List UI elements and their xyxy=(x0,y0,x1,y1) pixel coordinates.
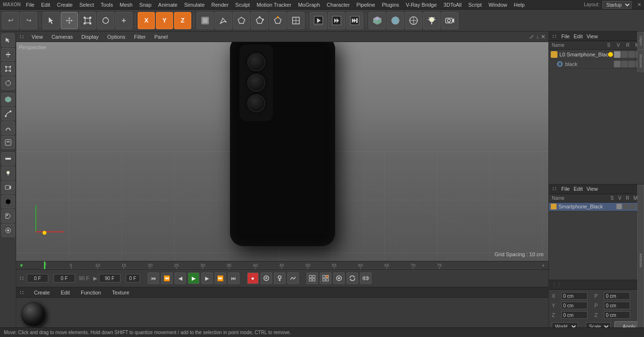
tab-attributes[interactable]: Attributes xyxy=(637,185,644,337)
scale-button[interactable] xyxy=(79,12,96,29)
texture-mode-button[interactable] xyxy=(287,12,305,29)
menu-item-character[interactable]: Character xyxy=(323,0,353,10)
obj-black-vis[interactable] xyxy=(621,61,628,67)
menu-item-3dtoall[interactable]: 3DToAll xyxy=(440,0,465,10)
attr-icon-v[interactable] xyxy=(623,204,629,209)
menu-item-pipeline[interactable]: Pipeline xyxy=(353,0,379,10)
tool-camera2[interactable] xyxy=(1,181,15,194)
tool-deform[interactable] xyxy=(1,136,15,149)
current-frame-field[interactable] xyxy=(27,274,48,283)
prev-frame-button[interactable]: ◀ xyxy=(175,272,186,284)
tool-tag[interactable] xyxy=(1,209,15,223)
redo-button[interactable]: ↪ xyxy=(20,12,37,29)
obj-menu-file[interactable]: File xyxy=(561,33,570,39)
snap-frame-button[interactable] xyxy=(320,272,331,284)
tool-nurbs[interactable] xyxy=(1,121,15,135)
obj-check-icon[interactable]: ✓ xyxy=(614,51,621,58)
sphere-button[interactable] xyxy=(387,12,404,29)
go-to-start-button[interactable]: ⏮ xyxy=(148,272,159,284)
tool-light2[interactable] xyxy=(1,166,15,180)
obj-lock-icon[interactable] xyxy=(628,51,635,58)
tool-select[interactable] xyxy=(1,33,15,47)
tool-scale[interactable] xyxy=(1,62,15,76)
menu-item-tools[interactable]: Tools xyxy=(98,0,117,10)
rotate-button[interactable] xyxy=(97,12,114,29)
light-button[interactable] xyxy=(423,12,440,29)
vp-menu-options[interactable]: Options xyxy=(105,33,127,41)
environment-button[interactable] xyxy=(405,12,422,29)
vp-menu-panel[interactable]: Panel xyxy=(153,33,170,41)
timeline-ticks[interactable]: 0 5 10 15 20 25 30 xyxy=(40,261,542,269)
menu-item-select[interactable]: Select xyxy=(76,0,98,10)
field-x[interactable] xyxy=(561,292,588,300)
mat-menu-create[interactable]: Create xyxy=(32,289,52,296)
obj-vis-icon[interactable] xyxy=(621,51,628,58)
obj-black-check[interactable] xyxy=(614,61,621,67)
menu-item-motion-tracker[interactable]: Motion Tracker xyxy=(253,0,295,10)
viewport[interactable]: View Cameras Display Options Filter Pane… xyxy=(16,32,548,261)
attr-row-smartphone[interactable]: Smartphone_Black xyxy=(549,203,644,211)
menu-item-create[interactable]: Create xyxy=(54,0,76,10)
viewport-canvas[interactable]: Perspective Grid Spacing : 1 xyxy=(16,42,548,261)
timeline-add-key[interactable]: + xyxy=(542,263,545,268)
render-active-button[interactable] xyxy=(346,12,363,29)
next-frame-button[interactable]: ▶ xyxy=(201,272,213,284)
end-frame-field[interactable] xyxy=(99,274,120,283)
render-preview-button[interactable] xyxy=(310,12,327,29)
close-btn[interactable]: ✕ xyxy=(637,2,641,7)
menu-item-window[interactable]: Window xyxy=(485,0,511,10)
cube-primitive-button[interactable] xyxy=(369,12,386,29)
polygon-mode-button[interactable] xyxy=(233,12,250,29)
object-mode-button[interactable] xyxy=(196,12,214,29)
select-live-button[interactable] xyxy=(43,12,60,29)
tool-cube[interactable] xyxy=(1,93,15,106)
obj-menu-view[interactable]: View xyxy=(587,33,598,39)
fps-field[interactable] xyxy=(126,274,140,283)
attr-check-s[interactable] xyxy=(616,204,622,209)
tool-move[interactable] xyxy=(1,48,15,61)
tab-structure[interactable]: Structure xyxy=(637,50,644,72)
render-to-po-button[interactable] xyxy=(328,12,345,29)
tool-rotate[interactable] xyxy=(1,76,15,90)
attr-menu-view[interactable]: View xyxy=(587,186,598,192)
z-mode-button[interactable]: Z xyxy=(174,12,191,29)
vp-menu-view[interactable]: View xyxy=(30,33,45,41)
edge-mode-button[interactable] xyxy=(251,12,268,29)
tool-group[interactable] xyxy=(1,224,15,237)
go-to-end-button[interactable]: ⏭ xyxy=(228,272,240,284)
material-ball[interactable] xyxy=(21,302,46,327)
next-key-button[interactable]: ⏩ xyxy=(215,272,226,284)
undo-button[interactable]: ↩ xyxy=(2,12,19,29)
tool-spline[interactable] xyxy=(1,107,15,120)
vp-menu-filter[interactable]: Filter xyxy=(132,33,147,41)
menu-item-render[interactable]: Render xyxy=(208,0,232,10)
x-mode-button[interactable]: X xyxy=(138,12,155,29)
field-z[interactable] xyxy=(561,311,588,319)
tab-object[interactable]: Object xyxy=(637,32,644,50)
current-frame-field-2[interactable] xyxy=(54,274,75,283)
prev-key-button[interactable]: ⏪ xyxy=(161,272,173,284)
field-z2[interactable] xyxy=(604,311,630,319)
field-p[interactable] xyxy=(604,292,630,300)
menu-item-help[interactable]: Help xyxy=(511,0,528,10)
menu-item-file[interactable]: File xyxy=(22,0,38,10)
camera-button[interactable] xyxy=(441,12,458,29)
record-button[interactable]: ● xyxy=(247,272,259,284)
attr-menu-edit[interactable]: Edit xyxy=(574,186,583,192)
attr-menu-file[interactable]: File xyxy=(561,186,570,192)
obj-row-smartphone[interactable]: L0 Smartphone_Black ✓ xyxy=(549,50,644,59)
key-mode-button[interactable] xyxy=(274,272,285,284)
field-y[interactable] xyxy=(561,302,588,309)
motion-mode-button[interactable] xyxy=(287,272,299,284)
point-mode-button[interactable] xyxy=(269,12,286,29)
menu-item-animate[interactable]: Animate xyxy=(155,0,181,10)
vp-icon-down[interactable]: ↓ xyxy=(536,33,539,40)
loop-button[interactable] xyxy=(347,272,358,284)
menu-item-plugins[interactable]: Plugins xyxy=(379,0,403,10)
mat-menu-texture[interactable]: Texture xyxy=(110,289,131,296)
menu-item-sculpt[interactable]: Sculpt xyxy=(232,0,253,10)
vp-menu-cameras[interactable]: Cameras xyxy=(50,33,75,41)
menu-item-edit[interactable]: Edit xyxy=(38,0,54,10)
move-button[interactable] xyxy=(61,12,78,29)
mat-menu-function[interactable]: Function xyxy=(79,289,103,296)
